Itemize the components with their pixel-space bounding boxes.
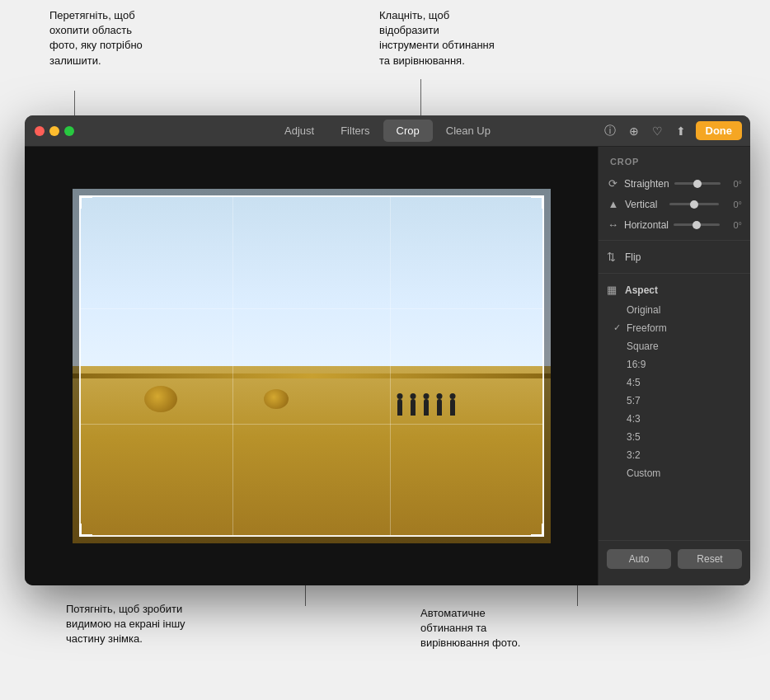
people-silhouettes	[397, 399, 455, 416]
horizontal-value: 0°	[725, 220, 742, 230]
horizontal-icon: ↔	[607, 218, 619, 231]
vertical-thumb	[690, 200, 698, 209]
aspect-freeform[interactable]: Freeform	[599, 319, 750, 337]
zoom-icon[interactable]: ⊕	[626, 123, 642, 139]
sky	[73, 189, 551, 384]
aspect-3-5[interactable]: 3:5	[599, 428, 750, 446]
straighten-slider[interactable]	[674, 182, 721, 185]
field	[73, 366, 551, 543]
panel-footer: Auto Reset	[599, 540, 750, 577]
annotation-bottom-right: Автоматичнеобтинання тавирівнювання фото…	[420, 606, 520, 651]
panel-title: CROP	[599, 147, 750, 173]
heart-icon[interactable]: ♡	[649, 123, 666, 139]
straighten-thumb	[693, 180, 702, 188]
photo-area[interactable]	[25, 147, 598, 585]
vertical-icon: ▲	[607, 198, 620, 210]
titlebar: Adjust Filters Crop Clean Up ⓘ ⊕ ♡ ⬆ Don…	[25, 115, 750, 147]
horizon	[73, 373, 551, 378]
tab-adjust[interactable]: Adjust	[271, 120, 327, 142]
person-4	[437, 399, 442, 416]
annotation-bottom-left: Потягніть, щоб зробитивидимою на екрані …	[66, 602, 185, 647]
done-button[interactable]: Done	[696, 121, 743, 140]
aspect-5-7[interactable]: 5:7	[599, 392, 750, 410]
flip-row[interactable]: ⇅ Flip	[599, 246, 750, 268]
straighten-value: 0°	[725, 179, 743, 189]
flip-label: Flip	[625, 251, 641, 263]
divider-1	[599, 240, 750, 241]
flip-icon: ⇅	[607, 251, 620, 263]
hay-bale-1	[144, 386, 177, 412]
vertical-value: 0°	[724, 200, 742, 209]
right-panel: CROP ⟳ Straighten 0° ▲ Vertical 0°	[598, 147, 750, 585]
horizontal-thumb	[693, 221, 701, 229]
aspect-icon: ▦	[607, 284, 620, 296]
annotation-top-right: Клацніть, щобвідобразитиінструменти обти…	[379, 8, 495, 68]
aspect-4-5[interactable]: 4:5	[599, 373, 750, 392]
main-window: Adjust Filters Crop Clean Up ⓘ ⊕ ♡ ⬆ Don…	[25, 115, 750, 585]
tab-cleanup[interactable]: Clean Up	[433, 120, 504, 142]
vertical-slider[interactable]	[669, 203, 719, 205]
annotation-top-left: Перетягніть, щобохопити областьфото, яку…	[49, 8, 143, 68]
nav-tabs: Adjust Filters Crop Clean Up	[271, 120, 504, 142]
tab-filters[interactable]: Filters	[327, 120, 383, 142]
horizontal-row: ↔ Horizontal 0°	[599, 214, 750, 235]
annotation-line-tr	[420, 79, 421, 118]
photo-container	[73, 189, 551, 543]
straighten-row: ⟳ Straighten 0°	[599, 173, 750, 194]
content-area: CROP ⟳ Straighten 0° ▲ Vertical 0°	[25, 147, 750, 585]
straighten-icon: ⟳	[607, 177, 619, 190]
person-5	[450, 399, 455, 416]
straighten-label: Straighten	[624, 178, 669, 190]
person-3	[424, 399, 429, 416]
aspect-square[interactable]: Square	[599, 337, 750, 355]
tab-crop[interactable]: Crop	[383, 120, 433, 142]
fullscreen-button[interactable]	[64, 126, 74, 136]
horizontal-slider[interactable]	[674, 223, 720, 226]
aspect-label: Aspect	[625, 284, 658, 296]
vertical-row: ▲ Vertical 0°	[599, 194, 750, 214]
titlebar-right: ⓘ ⊕ ♡ ⬆ Done	[601, 121, 743, 140]
share-icon[interactable]: ⬆	[673, 123, 689, 139]
person-2	[411, 399, 416, 416]
vertical-label: Vertical	[625, 199, 664, 210]
photo-image	[73, 189, 551, 543]
aspect-4-3[interactable]: 4:3	[599, 410, 750, 428]
aspect-custom[interactable]: Custom	[599, 464, 750, 482]
aspect-3-2[interactable]: 3:2	[599, 446, 750, 464]
person-1	[397, 399, 402, 416]
auto-button[interactable]: Auto	[607, 549, 671, 569]
hay-bale-2	[264, 389, 289, 409]
aspect-row[interactable]: ▦ Aspect	[599, 279, 750, 301]
traffic-lights	[35, 126, 74, 136]
horizontal-label: Horizontal	[624, 219, 669, 231]
reset-button[interactable]: Reset	[678, 549, 742, 569]
close-button[interactable]	[35, 126, 45, 136]
aspect-original[interactable]: Original	[599, 301, 750, 319]
divider-2	[599, 273, 750, 274]
aspect-16-9[interactable]: 16:9	[599, 355, 750, 373]
minimize-button[interactable]	[49, 126, 59, 136]
info-icon[interactable]: ⓘ	[601, 122, 619, 140]
